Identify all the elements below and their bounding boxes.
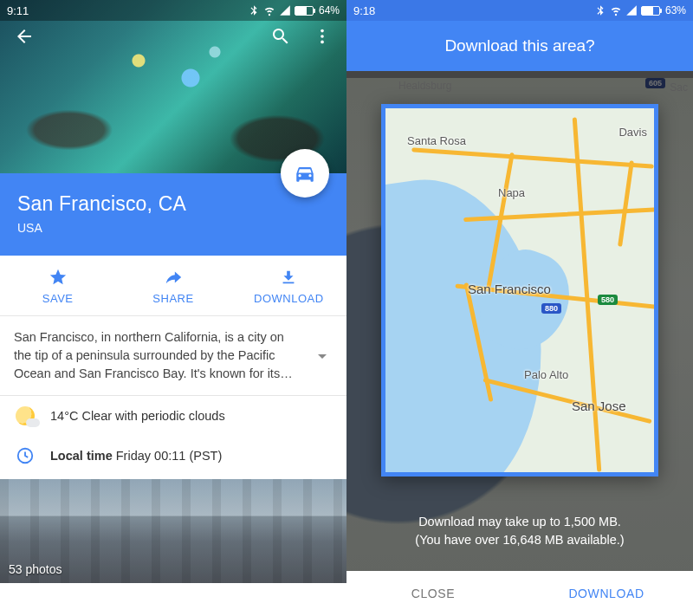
svg-point-1 — [321, 35, 324, 38]
save-label: SAVE — [42, 292, 74, 305]
download-label: DOWNLOAD — [254, 292, 324, 305]
star-icon — [49, 268, 68, 287]
battery-percent: 63% — [665, 4, 686, 16]
status-time: 9:18 — [353, 4, 375, 17]
signal-icon — [279, 4, 291, 16]
signal-icon — [625, 4, 638, 16]
action-bar: SAVE SHARE DOWNLOAD — [0, 256, 346, 315]
download-selection-frame[interactable]: Santa Rosa Davis Napa San Francisco 880 … — [381, 104, 658, 477]
status-time: 9:11 — [7, 4, 29, 17]
route-shield-580: 580 — [598, 295, 618, 305]
download-note-line2: (You have over 16,648 MB available.) — [367, 531, 672, 550]
bluetooth-icon — [248, 4, 260, 16]
map-label-palo-alto: Palo Alto — [524, 368, 568, 381]
place-detail-screen: 9:11 64% San Fra — [0, 0, 346, 616]
map-label-san-francisco: San Francisco — [468, 282, 551, 296]
place-info-panel: San Francisco, CA USA — [0, 173, 346, 256]
search-button[interactable] — [270, 26, 291, 47]
hero-image[interactable] — [0, 0, 346, 173]
map-label-healdsburg: Healdsburg — [398, 80, 451, 92]
download-note: Download may take up to 1,500 MB. (You h… — [346, 504, 693, 560]
close-button[interactable]: CLOSE — [346, 571, 520, 616]
map-label-san-jose: San Jose — [572, 399, 626, 413]
map-label-napa: Napa — [498, 186, 525, 199]
download-icon — [279, 268, 298, 287]
directions-fab[interactable] — [281, 149, 329, 198]
road — [411, 147, 654, 169]
place-title: San Francisco, CA — [17, 192, 329, 216]
battery-icon — [641, 6, 660, 16]
chevron-down-icon — [312, 346, 333, 366]
status-bar: 9:11 64% — [0, 0, 346, 21]
status-bar: 9:18 63% — [346, 0, 693, 21]
save-action[interactable]: SAVE — [0, 256, 115, 315]
weather-icon — [16, 406, 35, 425]
place-subtitle: USA — [17, 221, 329, 235]
overflow-menu-button[interactable] — [312, 26, 333, 47]
clock-icon — [16, 446, 35, 465]
weather-text: 14°C Clear with periodic clouds — [50, 409, 225, 423]
status-icons: 64% — [248, 4, 340, 16]
download-action[interactable]: DOWNLOAD — [231, 256, 346, 315]
road — [618, 160, 634, 247]
svg-point-0 — [321, 29, 324, 33]
local-time-text: Local time Friday 00:11 (PST) — [50, 449, 222, 463]
map-label-davis: Davis — [619, 126, 647, 139]
bluetooth-icon — [594, 4, 606, 16]
share-label: SHARE — [152, 292, 193, 305]
battery-icon — [295, 6, 314, 16]
route-shield-605: 605 — [645, 78, 665, 88]
status-icons: 63% — [594, 4, 686, 16]
download-action-bar: CLOSE DOWNLOAD — [346, 571, 693, 616]
more-vert-icon — [313, 27, 332, 46]
wifi-icon — [610, 4, 622, 16]
road — [573, 117, 602, 471]
download-note-line1: Download may take up to 1,500 MB. — [367, 513, 672, 532]
photos-count: 53 photos — [9, 562, 62, 576]
download-button[interactable]: DOWNLOAD — [520, 571, 693, 616]
local-time-label: Local time — [50, 449, 113, 463]
download-area-screen: 9:18 63% Download this area? Healdsburg … — [346, 0, 693, 616]
photos-tile[interactable]: 53 photos — [0, 479, 346, 583]
description-row[interactable]: San Francisco, in northern California, i… — [0, 316, 346, 395]
battery-percent: 64% — [319, 4, 340, 16]
map-label-santa-rosa: Santa Rosa — [407, 134, 466, 147]
back-button[interactable] — [14, 26, 35, 47]
local-time-value: Friday 00:11 (PST) — [116, 449, 223, 463]
wifi-icon — [263, 4, 275, 16]
route-shield-880: 880 — [541, 303, 561, 314]
share-action[interactable]: SHARE — [115, 256, 230, 315]
car-icon — [294, 162, 316, 185]
map-label-sacramento: Sac — [670, 81, 688, 94]
local-time-row[interactable]: Local time Friday 00:11 (PST) — [0, 436, 346, 476]
description-text: San Francisco, in northern California, i… — [14, 328, 301, 383]
download-header: Download this area? — [346, 21, 693, 71]
search-icon — [270, 26, 291, 47]
arrow-back-icon — [14, 26, 35, 47]
share-icon — [164, 268, 183, 287]
svg-point-2 — [321, 41, 324, 44]
weather-row[interactable]: 14°C Clear with periodic clouds — [0, 396, 346, 436]
